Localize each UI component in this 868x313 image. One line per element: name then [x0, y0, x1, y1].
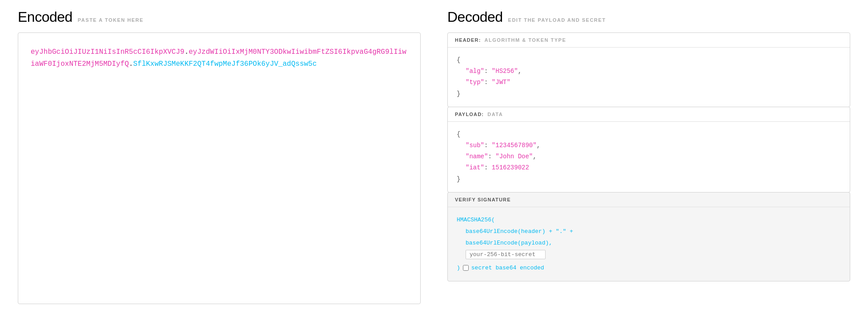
encoded-panel: Encoded PASTE A TOKEN HERE eyJhbGciOiJIU… — [18, 9, 421, 304]
header-open-brace: { — [457, 55, 841, 66]
secret-input[interactable] — [466, 250, 546, 259]
name-value: "John Doe" — [495, 153, 533, 160]
verify-secret-row — [457, 249, 841, 261]
verify-text-line1: base64UrlEncode(header) + "." + — [466, 228, 573, 235]
secret-base64-checkbox[interactable] — [463, 265, 469, 271]
header-typ-line: "typ": "JWT" — [457, 77, 841, 88]
decoded-subtitle: EDIT THE PAYLOAD AND SECRET — [508, 17, 606, 23]
token-dot2: . — [129, 60, 133, 68]
encoded-text: eyJhbGciOiJIUzI1NiIsInR5cCI6IkpXVCJ9.eyJ… — [31, 46, 408, 70]
decoded-header: Decoded EDIT THE PAYLOAD AND SECRET — [447, 9, 850, 25]
payload-label: PAYLOAD: — [455, 112, 484, 117]
decoded-title: Decoded — [447, 9, 503, 25]
header-close-brace: } — [457, 88, 841, 100]
encoded-header: Encoded PASTE A TOKEN HERE — [18, 9, 421, 25]
alg-value: "HS256" — [492, 68, 518, 75]
header-label: HEADER: — [455, 37, 481, 43]
verify-content: HMACSHA256( base64UrlEncode(header) + ".… — [448, 207, 850, 281]
payload-name-line: "name": "John Doe", — [457, 151, 841, 162]
sub-key: "sub" — [466, 142, 484, 149]
encoded-subtitle: PASTE A TOKEN HERE — [78, 17, 144, 23]
verify-func-name: HMACSHA256( — [457, 217, 495, 223]
header-content[interactable]: { "alg": "HS256", "typ": "JWT" } — [448, 48, 850, 107]
iat-key: "iat" — [466, 164, 484, 171]
payload-iat-line: "iat": 1516239022 — [457, 162, 841, 173]
decoded-panel: Decoded EDIT THE PAYLOAD AND SECRET HEAD… — [447, 9, 850, 304]
payload-sublabel: DATA — [487, 112, 503, 117]
encoded-title: Encoded — [18, 9, 72, 25]
encoded-box[interactable]: eyJhbGciOiJIUzI1NiIsInR5cCI6IkpXVCJ9.eyJ… — [18, 32, 421, 304]
header-section: HEADER: ALGORITHM & TOKEN TYPE { "alg": … — [447, 32, 850, 107]
closing-paren: ) — [457, 262, 460, 274]
header-label-row: HEADER: ALGORITHM & TOKEN TYPE — [448, 33, 850, 48]
verify-func-line: HMACSHA256( — [457, 214, 841, 226]
header-sublabel: ALGORITHM & TOKEN TYPE — [485, 37, 567, 43]
header-alg-line: "alg": "HS256", — [457, 66, 841, 77]
token-signature-part: SflKxwRJSMeKKF2QT4fwpMeJf36POk6yJV_adQss… — [133, 60, 317, 68]
verify-section: VERIFY SIGNATURE HMACSHA256( base64UrlEn… — [447, 192, 850, 281]
verify-label: VERIFY SIGNATURE — [455, 197, 511, 202]
verify-label-row: VERIFY SIGNATURE — [448, 193, 850, 207]
verify-closing-row: ) secret base64 encoded — [457, 262, 841, 274]
token-dot1: . — [185, 48, 189, 56]
payload-close-brace: } — [457, 174, 841, 185]
checkbox-label: secret base64 encoded — [471, 262, 544, 274]
token-header-part: eyJhbGciOiJIUzI1NiIsInR5cCI6IkpXVCJ9 — [31, 48, 185, 56]
main-layout: Encoded PASTE A TOKEN HERE eyJhbGciOiJIU… — [0, 0, 868, 313]
payload-label-row: PAYLOAD: DATA — [448, 107, 850, 122]
verify-text-line2: base64UrlEncode(payload), — [466, 240, 552, 246]
name-key: "name" — [466, 153, 488, 160]
alg-colon: : — [484, 68, 492, 75]
iat-value: 1516239022 — [492, 164, 529, 171]
sub-value: "1234567890" — [492, 142, 537, 149]
typ-value: "JWT" — [492, 79, 510, 86]
verify-line2: base64UrlEncode(payload), — [457, 237, 841, 249]
payload-open-brace: { — [457, 129, 841, 140]
typ-colon: : — [484, 79, 492, 86]
alg-key: "alg" — [466, 68, 484, 75]
verify-line1: base64UrlEncode(header) + "." + — [457, 226, 841, 237]
payload-section: PAYLOAD: DATA { "sub": "1234567890", "na… — [447, 107, 850, 193]
typ-key: "typ" — [466, 79, 484, 86]
payload-sub-line: "sub": "1234567890", — [457, 140, 841, 151]
payload-content[interactable]: { "sub": "1234567890", "name": "John Doe… — [448, 122, 850, 192]
